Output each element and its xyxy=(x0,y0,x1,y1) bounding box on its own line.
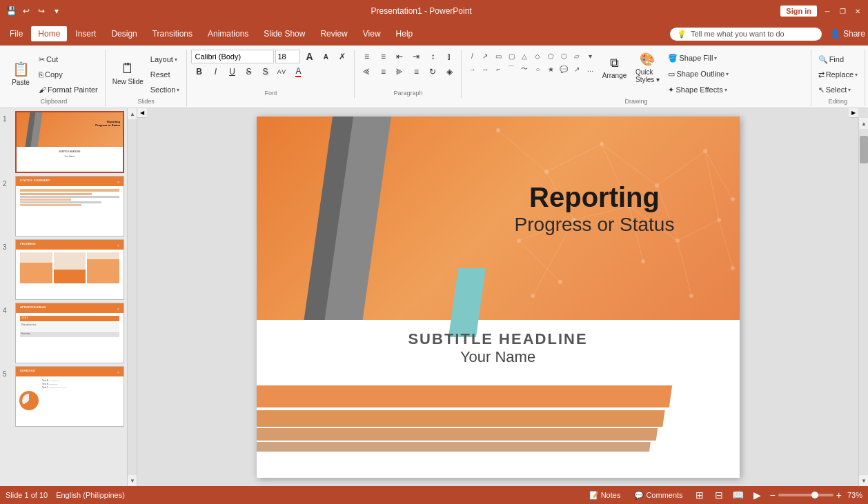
slide-panel[interactable]: 1 ReportingProgress or Status SUBTITLE H… xyxy=(0,108,128,486)
arrange-button[interactable]: ⧉ Arrange xyxy=(599,50,629,85)
bullet-list-button[interactable]: ≡ xyxy=(359,50,374,63)
shape-more[interactable]: ▾ xyxy=(584,50,596,62)
zoom-thumb[interactable] xyxy=(811,492,818,498)
slidesorter-button[interactable]: ⊟ xyxy=(712,489,726,501)
line-spacing-button[interactable]: ↕ xyxy=(425,50,440,63)
close-button[interactable]: ✕ xyxy=(853,6,862,16)
scroll-up-left[interactable]: ▲ xyxy=(128,108,137,119)
restore-button[interactable]: ❐ xyxy=(838,6,847,16)
paste-button[interactable]: 📋 Paste xyxy=(7,55,34,91)
shape-triangle[interactable]: △ xyxy=(518,50,531,62)
redo-icon[interactable]: ↪ xyxy=(36,6,47,17)
font-color-button[interactable]: A xyxy=(290,65,306,79)
shape-effects-button[interactable]: ✦ Shape Effects ▾ xyxy=(665,83,731,97)
minimize-button[interactable]: ─ xyxy=(822,6,832,16)
shape-curve[interactable]: 〜 xyxy=(518,63,531,75)
justify-button[interactable]: ≡ xyxy=(408,65,424,79)
convert-smartart-button[interactable]: ◈ xyxy=(442,65,457,79)
tell-me-input[interactable]: 💡 Tell me what you want to do xyxy=(670,28,822,41)
shape-elbow[interactable]: ⌐ xyxy=(492,63,504,75)
shape-pentagon[interactable]: ⬠ xyxy=(544,50,557,62)
decrease-font-button[interactable]: A xyxy=(318,50,333,63)
shape-connector[interactable]: ↗ xyxy=(571,63,583,75)
scroll-right-btn[interactable]: ▶ xyxy=(849,108,858,118)
quick-styles-button[interactable]: 🎨 QuickStyles ▾ xyxy=(632,50,662,85)
slide-2-thumb[interactable]: STATUS SUMMARY ▦ xyxy=(15,176,124,236)
shape-oval[interactable]: ○ xyxy=(531,63,544,75)
scroll-up-right[interactable]: ▲ xyxy=(859,118,868,129)
undo-icon[interactable]: ↩ xyxy=(21,6,32,17)
zoom-slider[interactable] xyxy=(778,494,834,496)
slide-main-title-area[interactable]: Reporting Progress or Status xyxy=(464,182,726,237)
section-button[interactable]: Section ▾ xyxy=(148,83,183,97)
text-shadow-button[interactable]: S xyxy=(257,65,273,79)
new-slide-button[interactable]: 🗒 New Slide xyxy=(110,55,146,91)
shape-more2[interactable]: … xyxy=(584,63,596,75)
numbered-list-button[interactable]: ≡ xyxy=(375,50,391,63)
add-columns-button[interactable]: ⫿ xyxy=(442,50,457,63)
zoom-minus-button[interactable]: − xyxy=(770,490,776,500)
shape-star[interactable]: ★ xyxy=(544,63,557,75)
save-icon[interactable]: 💾 xyxy=(6,6,17,17)
align-center-button[interactable]: ≡ xyxy=(375,65,391,79)
menu-item-home[interactable]: Home xyxy=(31,26,67,41)
shape-line[interactable]: / xyxy=(466,50,478,62)
canvas-area[interactable]: ▲ ▼ ◀ ▶ xyxy=(128,108,868,486)
comments-button[interactable]: 💬 Comments xyxy=(630,490,687,501)
clear-format-button[interactable]: ✗ xyxy=(335,50,350,63)
menu-item-review[interactable]: Review xyxy=(313,26,354,41)
font-name-input[interactable] xyxy=(191,50,274,63)
shape-arrow2[interactable]: ↔ xyxy=(479,63,491,75)
shape-freeform[interactable]: ⌒ xyxy=(505,63,517,75)
shape-outline-button[interactable]: ▭ Shape Outline ▾ xyxy=(665,67,731,81)
font-size-input[interactable] xyxy=(275,50,300,63)
layout-button[interactable]: Layout ▾ xyxy=(148,52,183,66)
copy-button[interactable]: ⎘ Copy xyxy=(36,68,101,81)
slide-lower-section[interactable]: SUBTITLE HEADLINE Your Name xyxy=(257,330,740,366)
slide-canvas[interactable]: Reporting Progress or Status SUBTITLE HE… xyxy=(257,117,740,478)
normal-view-button[interactable]: ⊞ xyxy=(693,489,707,501)
increase-font-button[interactable]: A xyxy=(302,50,317,63)
shape-line2[interactable]: ↗ xyxy=(479,50,491,62)
reset-button[interactable]: Reset xyxy=(148,68,183,81)
italic-button[interactable]: I xyxy=(208,65,223,79)
share-button[interactable]: 👤 Share xyxy=(830,29,865,39)
scroll-thumb[interactable] xyxy=(860,136,868,163)
shape-arrow[interactable]: → xyxy=(466,63,478,75)
menu-item-view[interactable]: View xyxy=(356,26,388,41)
menu-item-slideshow[interactable]: Slide Show xyxy=(257,26,312,41)
char-spacing-button[interactable]: AV xyxy=(274,65,289,79)
scroll-down-left[interactable]: ▼ xyxy=(128,475,137,486)
shape-fill-button[interactable]: 🪣 Shape Fill ▾ xyxy=(665,51,731,65)
sign-in-button[interactable]: Sign in xyxy=(780,6,817,17)
menu-item-file[interactable]: File xyxy=(3,26,30,41)
menu-item-animations[interactable]: Animations xyxy=(201,26,255,41)
scroll-down-right[interactable]: ▼ xyxy=(859,475,868,486)
bold-button[interactable]: B xyxy=(191,65,206,79)
shape-parallelogram[interactable]: ▱ xyxy=(571,50,583,62)
slideshow-button[interactable]: ▶ xyxy=(751,489,765,501)
decrease-indent-button[interactable]: ⇤ xyxy=(392,50,407,63)
menu-item-design[interactable]: Design xyxy=(104,26,144,41)
shape-hexagon[interactable]: ⬡ xyxy=(558,50,570,62)
shape-round-rect[interactable]: ▢ xyxy=(505,50,517,62)
select-button[interactable]: ↖ Select ▾ xyxy=(816,83,860,97)
menu-item-transitions[interactable]: Transitions xyxy=(146,26,199,41)
slide-3-thumb[interactable]: PROGRESS xyxy=(15,239,124,300)
format-painter-button[interactable]: 🖌 Format Painter xyxy=(36,83,101,97)
shape-rect[interactable]: ▭ xyxy=(492,50,504,62)
strikethrough-button[interactable]: S xyxy=(241,65,256,79)
slide-5-thumb[interactable]: SCHEDULE Task A ──────── Task B ────── T… xyxy=(15,366,124,427)
zoom-plus-button[interactable]: + xyxy=(836,490,842,500)
replace-button[interactable]: ⇄ Replace ▾ xyxy=(816,68,860,81)
align-right-button[interactable]: ⫸ xyxy=(392,65,407,79)
align-left-button[interactable]: ⫷ xyxy=(359,65,374,79)
shape-diamond[interactable]: ◇ xyxy=(531,50,544,62)
slide-4-thumb[interactable]: ATTENTION AREAS ITEM 1 Description text.… xyxy=(15,303,124,363)
increase-indent-button[interactable]: ⇥ xyxy=(408,50,424,63)
notes-button[interactable]: 📝 Notes xyxy=(585,490,625,501)
cut-button[interactable]: ✂ Cut xyxy=(36,52,101,66)
scroll-left-btn[interactable]: ◀ xyxy=(137,108,147,118)
menu-item-insert[interactable]: Insert xyxy=(68,26,103,41)
shape-callout[interactable]: 💬 xyxy=(558,63,570,75)
